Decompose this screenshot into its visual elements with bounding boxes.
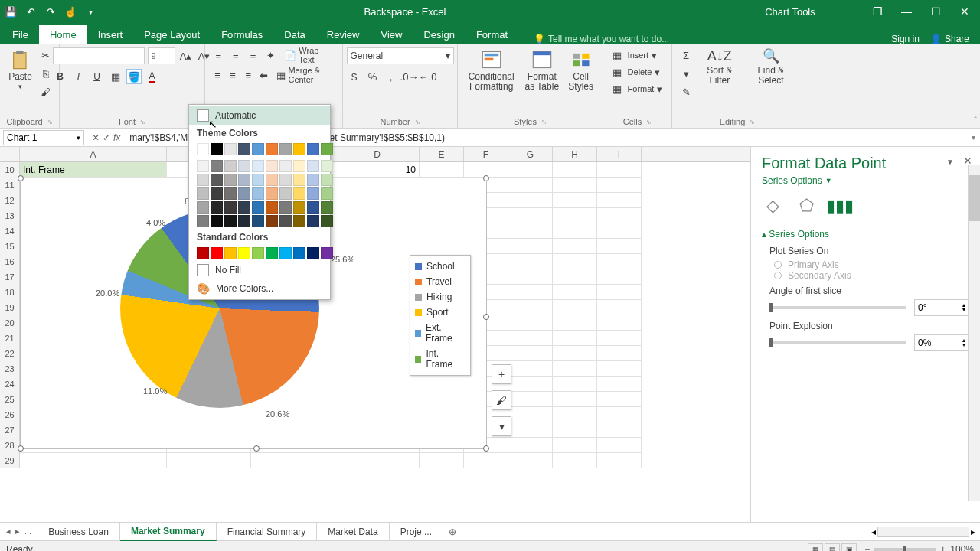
delete-cells-button[interactable]: ▦ Delete ▾ bbox=[609, 64, 665, 80]
tab-format[interactable]: Format bbox=[466, 25, 518, 44]
sheet-tab-market-data[interactable]: Market Data bbox=[317, 523, 389, 540]
row-header[interactable]: 19 bbox=[0, 300, 20, 315]
bold-icon[interactable]: B bbox=[53, 69, 68, 84]
color-swatch[interactable] bbox=[211, 143, 223, 155]
color-swatch[interactable] bbox=[197, 247, 209, 259]
zoom-out-icon[interactable]: − bbox=[864, 544, 870, 552]
row-header[interactable]: 10 bbox=[0, 162, 20, 178]
color-swatch[interactable] bbox=[321, 187, 333, 200]
row-header[interactable]: 27 bbox=[0, 422, 20, 438]
chart-filters-button[interactable]: ▾ bbox=[492, 416, 511, 436]
tab-review[interactable]: Review bbox=[316, 25, 371, 44]
row-header[interactable]: 21 bbox=[0, 331, 20, 346]
font-family-input[interactable] bbox=[53, 47, 145, 64]
normal-view-icon[interactable]: ▦ bbox=[808, 543, 823, 552]
color-swatch[interactable] bbox=[293, 215, 305, 227]
color-swatch[interactable] bbox=[279, 215, 292, 227]
color-swatch[interactable] bbox=[252, 201, 264, 214]
tab-formulas[interactable]: Formulas bbox=[211, 25, 273, 44]
color-swatch[interactable] bbox=[238, 174, 250, 186]
color-swatch[interactable] bbox=[279, 174, 292, 186]
italic-icon[interactable]: I bbox=[71, 69, 87, 84]
share-button[interactable]: 👤 Share bbox=[930, 34, 969, 44]
row-header[interactable]: 17 bbox=[0, 269, 20, 285]
comma-icon[interactable]: , bbox=[384, 69, 399, 84]
angle-slider[interactable] bbox=[769, 306, 906, 309]
color-swatch[interactable] bbox=[321, 215, 333, 227]
color-swatch[interactable] bbox=[321, 160, 333, 172]
row-header[interactable]: 12 bbox=[0, 193, 20, 208]
color-swatch[interactable] bbox=[307, 160, 319, 172]
tab-page-layout[interactable]: Page Layout bbox=[133, 25, 211, 44]
increase-decimal-icon[interactable]: .0→ bbox=[402, 69, 417, 84]
tab-file[interactable]: File bbox=[2, 25, 39, 44]
sheet-tab-financial-summary[interactable]: Financial Summary bbox=[217, 523, 318, 540]
color-swatch[interactable] bbox=[307, 143, 319, 155]
tab-data[interactable]: Data bbox=[273, 25, 315, 44]
autosum-icon[interactable]: Σ bbox=[678, 47, 694, 63]
expand-formula-bar-icon[interactable]: ▾ bbox=[967, 133, 980, 142]
effects-tab-icon[interactable]: ⬠ bbox=[795, 195, 817, 217]
insert-cells-button[interactable]: ▦ Insert ▾ bbox=[609, 47, 662, 63]
row-header[interactable]: 28 bbox=[0, 438, 20, 453]
chart-elements-button[interactable]: + bbox=[492, 364, 511, 384]
color-swatch[interactable] bbox=[293, 160, 305, 172]
sheet-nav-next-icon[interactable]: ▸ bbox=[14, 527, 21, 536]
color-swatch[interactable] bbox=[266, 174, 278, 186]
underline-icon[interactable]: U bbox=[90, 69, 105, 84]
zoom-in-icon[interactable]: + bbox=[940, 544, 946, 552]
color-swatch[interactable] bbox=[252, 160, 264, 172]
color-swatch[interactable] bbox=[266, 160, 278, 172]
series-options-tab-icon[interactable]: ▮▮▮ bbox=[829, 195, 851, 217]
theme-color-row[interactable] bbox=[189, 142, 330, 157]
border-icon[interactable]: ▦ bbox=[108, 69, 123, 84]
color-swatch[interactable] bbox=[211, 247, 223, 259]
vertical-scrollbar[interactable] bbox=[968, 165, 980, 501]
pane-options-icon[interactable]: ▼ bbox=[946, 158, 954, 166]
row-header[interactable]: 24 bbox=[0, 377, 20, 392]
column-headers[interactable]: A B C D E F G H I bbox=[0, 147, 750, 162]
row-header[interactable]: 13 bbox=[0, 208, 20, 223]
color-swatch[interactable] bbox=[224, 215, 237, 227]
color-swatch[interactable] bbox=[238, 201, 250, 214]
enter-formula-icon[interactable]: ✓ bbox=[103, 132, 110, 143]
increase-font-icon[interactable]: A▴ bbox=[178, 48, 194, 64]
color-swatch[interactable] bbox=[293, 143, 305, 155]
color-swatch[interactable] bbox=[197, 174, 209, 186]
fill-icon[interactable]: ▾ bbox=[678, 66, 694, 81]
pane-subtitle[interactable]: Series Options ▼ bbox=[762, 175, 969, 186]
customize-qat-icon[interactable]: ▾ bbox=[84, 5, 96, 18]
color-swatch[interactable] bbox=[252, 143, 264, 155]
indent-decrease-icon[interactable]: ⬅ bbox=[257, 67, 270, 83]
cell-d10[interactable]: 10 bbox=[335, 162, 420, 178]
ribbon-options-icon[interactable]: ❐ bbox=[867, 4, 888, 19]
minimize-button[interactable]: — bbox=[896, 4, 917, 19]
color-swatch[interactable] bbox=[307, 187, 319, 200]
color-swatch[interactable] bbox=[252, 215, 264, 227]
row-header[interactable]: 29 bbox=[0, 453, 20, 468]
zoom-slider[interactable] bbox=[874, 548, 936, 551]
tell-me-search[interactable]: 💡 Tell me what you want to do... bbox=[534, 34, 669, 44]
row-header[interactable]: 14 bbox=[0, 223, 20, 239]
color-swatch[interactable] bbox=[252, 174, 264, 186]
color-swatch[interactable] bbox=[197, 187, 209, 200]
chart-legend[interactable]: School Travel Hiking Sport Ext. Frame In… bbox=[410, 255, 471, 376]
standard-color-row[interactable] bbox=[189, 246, 330, 261]
page-layout-view-icon[interactable]: ▤ bbox=[825, 543, 840, 552]
align-right-icon[interactable]: ≡ bbox=[242, 67, 254, 83]
tab-insert[interactable]: Insert bbox=[87, 25, 134, 44]
color-swatch[interactable] bbox=[293, 201, 305, 214]
color-swatch[interactable] bbox=[321, 174, 333, 186]
color-swatch[interactable] bbox=[224, 247, 237, 259]
touch-mode-icon[interactable]: ☝ bbox=[64, 5, 77, 18]
theme-color-tints[interactable] bbox=[189, 158, 330, 229]
color-swatch[interactable] bbox=[252, 187, 264, 200]
align-center-icon[interactable]: ≡ bbox=[227, 67, 239, 83]
align-middle-icon[interactable]: ≡ bbox=[229, 47, 243, 63]
color-swatch[interactable] bbox=[279, 160, 292, 172]
percent-icon[interactable]: % bbox=[365, 69, 381, 84]
color-swatch[interactable] bbox=[293, 187, 305, 200]
cell-styles-button[interactable]: Cell Styles bbox=[565, 47, 596, 93]
color-swatch[interactable] bbox=[197, 160, 209, 172]
cancel-formula-icon[interactable]: ✕ bbox=[92, 132, 100, 143]
